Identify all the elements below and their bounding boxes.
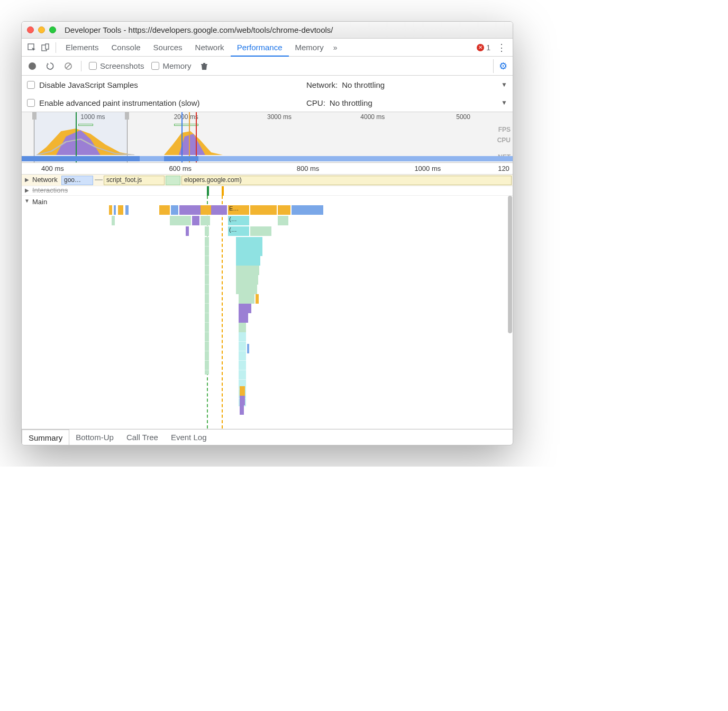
ruler-tick: 800 ms (297, 165, 320, 172)
memory-label: Memory (162, 61, 191, 70)
svg-rect-6 (201, 64, 207, 65)
marker-guide (222, 196, 223, 429)
overview-tick: 4000 ms (360, 113, 385, 121)
details-tab-bottom-up[interactable]: Bottom-Up (69, 430, 120, 445)
detail-ruler[interactable]: 400 ms 600 ms 800 ms 1000 ms 120 (22, 163, 513, 175)
request-whisker (95, 179, 103, 180)
screenshots-checkbox[interactable] (89, 62, 97, 70)
network-request-pill[interactable]: goo… (61, 176, 93, 185)
network-request-pill[interactable]: elopers.google.com) (181, 176, 512, 185)
marker-line (189, 112, 190, 162)
expand-icon[interactable]: ▶ (24, 177, 30, 183)
svg-line-4 (66, 64, 70, 68)
fps-bar (174, 124, 198, 126)
overview-tick: 3000 ms (267, 113, 292, 121)
cpu-throttle-label: CPU: (306, 98, 325, 107)
disable-js-samples-checkbox[interactable] (27, 81, 35, 89)
details-tab-summary[interactable]: Summary (22, 430, 69, 445)
dropdown-caret-icon[interactable]: ▼ (501, 81, 507, 88)
ruler-tick: 1000 ms (414, 165, 441, 172)
scrollbar-thumb[interactable] (508, 196, 512, 333)
task-block[interactable]: E… (228, 205, 249, 215)
network-lane[interactable]: ▶ Network goo… script_foot.js elopers.go… (22, 175, 513, 186)
overview-net-bar (22, 156, 140, 161)
devtools-window: Developer Tools - https://developers.goo… (21, 21, 513, 445)
customize-menu-icon[interactable]: ⋮ (494, 42, 509, 53)
reload-record-icon[interactable] (45, 61, 56, 71)
main-lane-label: Main (32, 198, 47, 206)
selection-handle-left[interactable] (32, 112, 37, 120)
ruler-tick: 400 ms (41, 165, 64, 172)
selection-handle-right[interactable] (125, 112, 129, 120)
network-throttle-label: Network: (306, 80, 338, 89)
tab-elements[interactable]: Elements (59, 39, 105, 57)
window-controls (27, 26, 56, 33)
error-count: 1 (486, 43, 490, 52)
screenshots-label: Screenshots (100, 61, 144, 70)
interactions-lane[interactable]: ▶ Interactions (22, 186, 513, 196)
minimize-window-button[interactable] (38, 26, 45, 33)
main-thread-lane: ▼ Main E… (… (22, 196, 513, 429)
ruler-tick: 600 ms (169, 165, 192, 172)
marker-line (196, 112, 197, 162)
task-block[interactable]: (… (228, 226, 249, 236)
svg-rect-5 (203, 63, 205, 64)
network-throttle-select[interactable]: No throttling (342, 80, 497, 89)
timing-marker (207, 186, 209, 196)
cpu-activity-chart (37, 126, 135, 155)
cpu-throttle-select[interactable]: No throttling (330, 98, 497, 107)
error-counter[interactable]: ✕ 1 (474, 43, 494, 52)
interactions-lane-label: Interactions (32, 186, 68, 194)
timing-marker (222, 186, 224, 196)
main-lane-header[interactable]: ▼ Main (22, 196, 80, 208)
cpu-lane-label: CPU (497, 136, 511, 144)
details-tab-event-log[interactable]: Event Log (165, 430, 213, 445)
clear-icon[interactable] (63, 61, 74, 71)
tab-memory[interactable]: Memory (289, 39, 330, 57)
close-window-button[interactable] (27, 26, 34, 33)
details-tab-call-tree[interactable]: Call Tree (120, 430, 165, 445)
advanced-paint-checkbox[interactable] (27, 99, 35, 107)
svg-rect-2 (46, 44, 49, 49)
record-button[interactable] (27, 61, 38, 71)
overview-tick: 5000 (456, 113, 470, 121)
overview-net-bar (164, 156, 198, 161)
panel-tabbar: Elements Console Sources Network Perform… (22, 39, 513, 57)
dropdown-caret-icon[interactable]: ▼ (501, 99, 507, 106)
tab-performance[interactable]: Performance (231, 39, 289, 57)
memory-checkbox[interactable] (151, 62, 159, 70)
overview-tick: 2000 ms (174, 113, 198, 121)
garbage-collect-icon[interactable] (199, 61, 210, 71)
expand-icon[interactable]: ▶ (24, 187, 30, 193)
task-block[interactable]: (… (228, 216, 249, 225)
network-request-pill[interactable]: script_foot.js (104, 176, 165, 185)
disable-js-samples-label: Disable JavaScript Samples (39, 80, 138, 89)
details-tabbar: Summary Bottom-Up Call Tree Event Log (22, 429, 513, 445)
marker-line (76, 112, 77, 162)
error-icon: ✕ (477, 44, 484, 51)
timeline-overview[interactable]: 1000 ms 2000 ms 3000 ms 4000 ms 5000 FPS… (22, 112, 513, 163)
perf-toolbar: Screenshots Memory ⚙ (22, 57, 513, 76)
zoom-window-button[interactable] (49, 26, 56, 33)
toggle-device-icon[interactable] (39, 41, 52, 54)
network-lane-label: Network (32, 176, 58, 184)
titlebar: Developer Tools - https://developers.goo… (22, 22, 513, 39)
network-request-pill[interactable] (166, 176, 180, 185)
ruler-tick: 120 (498, 165, 509, 172)
tab-network[interactable]: Network (189, 39, 231, 57)
marker-line (181, 112, 183, 162)
tab-console[interactable]: Console (105, 39, 147, 57)
advanced-paint-label: Enable advanced paint instrumentation (s… (39, 98, 200, 107)
cpu-activity-chart (164, 129, 223, 155)
flame-chart[interactable]: E… (… (… (80, 196, 513, 429)
inspect-element-icon[interactable] (25, 41, 39, 54)
more-tabs-icon[interactable]: » (330, 43, 341, 52)
collapse-icon[interactable]: ▼ (24, 198, 30, 204)
tab-sources[interactable]: Sources (147, 39, 189, 57)
fps-bar (78, 124, 93, 126)
fps-lane-label: FPS (498, 126, 511, 133)
capture-settings-icon[interactable]: ⚙ (493, 59, 507, 73)
capture-settings-panel: Disable JavaScript Samples Network: No t… (22, 76, 513, 112)
window-title: Developer Tools - https://developers.goo… (65, 25, 333, 34)
